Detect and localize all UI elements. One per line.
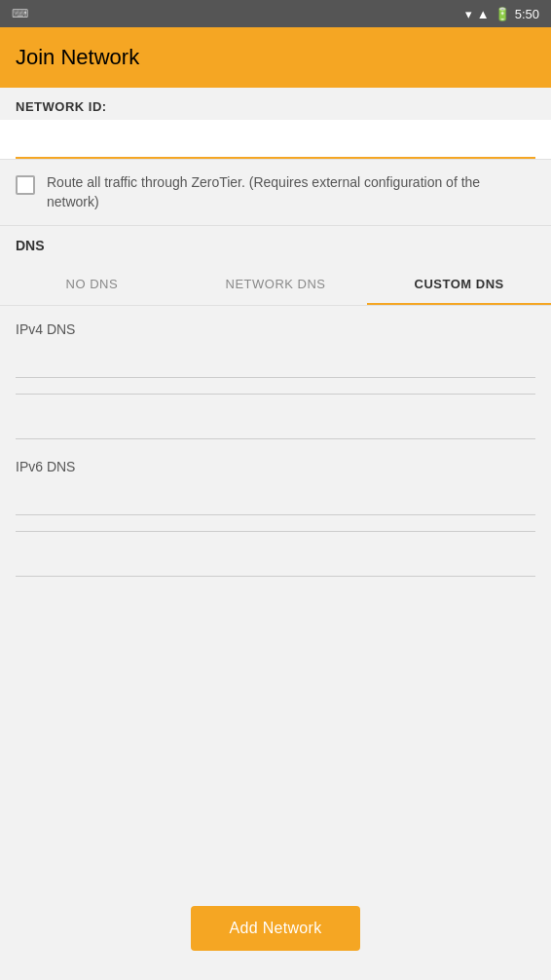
ipv6-label: IPv6 DNS bbox=[16, 459, 535, 474]
ipv6-group: IPv6 DNS bbox=[16, 459, 535, 577]
network-id-container bbox=[0, 120, 551, 160]
signal-icon: ▲ bbox=[477, 7, 490, 21]
content-area: NETWORK ID: Route all traffic through Ze… bbox=[0, 88, 551, 577]
dns-fields: IPv4 DNS IPv6 DNS bbox=[0, 306, 551, 577]
add-network-btn-container: Add Network bbox=[0, 906, 551, 951]
ipv4-input-1[interactable] bbox=[16, 345, 535, 378]
ipv6-divider bbox=[16, 531, 535, 532]
keyboard-icon: ⌨ bbox=[12, 7, 28, 20]
ipv4-divider bbox=[16, 394, 535, 395]
page-title: Join Network bbox=[16, 45, 139, 70]
ipv4-input-2[interactable] bbox=[16, 406, 535, 439]
tab-no-dns[interactable]: NO DNS bbox=[0, 263, 184, 305]
route-traffic-section: Route all traffic through ZeroTier. (Req… bbox=[0, 160, 551, 226]
ipv6-input-2[interactable] bbox=[16, 544, 535, 577]
ipv6-input-1[interactable] bbox=[16, 482, 535, 515]
tab-custom-dns[interactable]: CUSTOM DNS bbox=[367, 263, 551, 305]
battery-icon: 🔋 bbox=[495, 7, 510, 21]
route-traffic-checkbox[interactable] bbox=[16, 175, 35, 195]
network-id-input[interactable] bbox=[16, 120, 535, 159]
tab-network-dns[interactable]: NETWORK DNS bbox=[184, 263, 368, 305]
dns-section-label: DNS bbox=[0, 226, 551, 263]
status-time: 5:50 bbox=[515, 7, 539, 21]
network-id-label: NETWORK ID: bbox=[0, 88, 551, 120]
status-bar: ⌨ ▾ ▲ 🔋 5:50 bbox=[0, 0, 551, 27]
dns-tabs: NO DNS NETWORK DNS CUSTOM DNS bbox=[0, 263, 551, 306]
add-network-button[interactable]: Add Network bbox=[191, 906, 361, 951]
ipv4-group: IPv4 DNS bbox=[16, 321, 535, 439]
ipv4-label: IPv4 DNS bbox=[16, 321, 535, 337]
app-header: Join Network bbox=[0, 27, 551, 88]
route-traffic-label: Route all traffic through ZeroTier. (Req… bbox=[47, 173, 535, 211]
wifi-icon: ▾ bbox=[465, 7, 472, 21]
